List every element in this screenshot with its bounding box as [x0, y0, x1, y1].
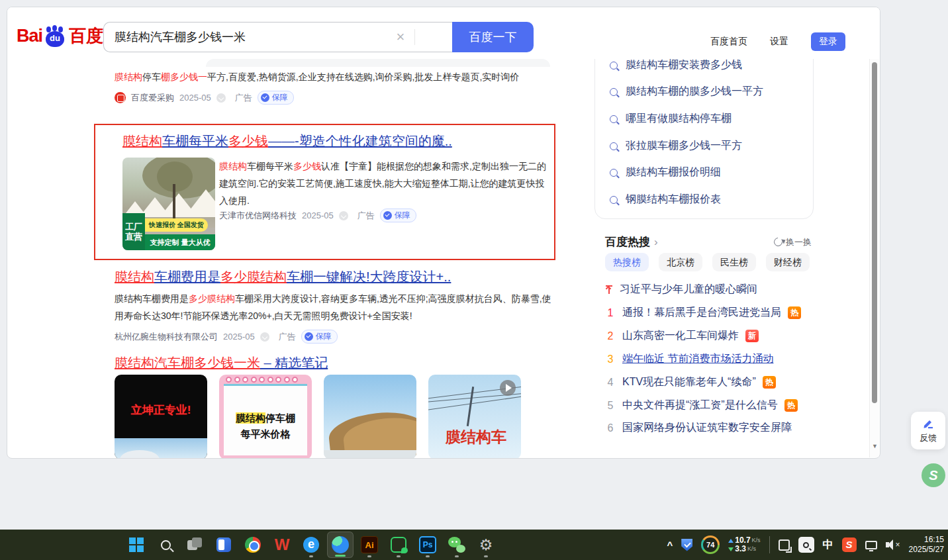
- link-baidu-home[interactable]: 百度首页: [710, 36, 747, 48]
- scrollbar-thumb[interactable]: [872, 62, 877, 403]
- wps-icon: W: [275, 536, 290, 554]
- tray-expand-icon[interactable]: ^: [667, 539, 673, 551]
- tab-beijing[interactable]: 北京榜: [659, 253, 702, 271]
- running-indicator: [484, 555, 488, 557]
- settings-button[interactable]: ⚙: [473, 532, 499, 558]
- chevron-down-icon[interactable]: [260, 332, 269, 342]
- hot-item-1[interactable]: 1 通报！幕后黑手是台湾民进党当局 热: [605, 306, 814, 320]
- related-search-item[interactable]: 膜结构车棚的膜多少钱一平方: [610, 85, 763, 99]
- result-title[interactable]: 膜结构车棚费用是多少膜结构车棚一键解决!大跨度设计+..: [115, 269, 451, 284]
- ime-indicator[interactable]: 中: [823, 538, 833, 552]
- result-thumbnail[interactable]: 工厂 直营 快速报价 全国发货 支持定制 量大从优: [122, 158, 215, 250]
- guarantee-badge[interactable]: 保障: [301, 330, 338, 344]
- chevron-down-icon[interactable]: [339, 211, 348, 220]
- active-indicator: [335, 555, 346, 557]
- note-thumb-3[interactable]: [324, 375, 416, 459]
- clock[interactable]: 16:15 2025/5/27: [909, 535, 944, 555]
- edge-icon: [332, 536, 349, 553]
- result-description[interactable]: 膜结构停车棚多少钱一平方,百度爱,热销货源,企业支持在线选购,询价采购,批发上样…: [115, 68, 557, 85]
- ie-button[interactable]: e: [298, 532, 324, 558]
- tree-trunk: [173, 184, 175, 218]
- performance-meter[interactable]: 74: [701, 536, 720, 554]
- result-title-notes[interactable]: 膜结构汽车棚多少钱一米 – 精选笔记: [115, 354, 559, 371]
- guarantee-badge[interactable]: 保障: [258, 91, 294, 105]
- hot-badge: 热: [784, 399, 798, 412]
- clear-icon[interactable]: ×: [393, 29, 408, 45]
- hot-item-2[interactable]: 2 山东高密一化工车间爆炸 新: [605, 329, 814, 343]
- snip-tool-icon[interactable]: [779, 539, 790, 551]
- hot-search-title[interactable]: 百度热搜: [605, 234, 650, 250]
- volume-muted-icon[interactable]: ×: [886, 539, 900, 550]
- result-description[interactable]: 膜结构车棚费用是多少膜结构车棚采用大跨度设计,容纳更多车辆,透光不压抑;高强度膜…: [115, 290, 559, 324]
- chrome-icon: [245, 537, 261, 553]
- login-button[interactable]: 登录: [811, 32, 845, 51]
- running-indicator: [426, 555, 430, 557]
- note-thumbnails: 立坤正专业! 膜结构停车棚 每平米价格: [115, 375, 521, 459]
- file-search-icon[interactable]: [798, 537, 814, 553]
- edge-button[interactable]: [327, 532, 354, 558]
- network-speed[interactable]: 10.7 K/s 3.3 K/s: [728, 536, 760, 553]
- result-meta: 百度爱采购 2025-05 广告 保障: [115, 91, 557, 105]
- result-title[interactable]: 膜结构车棚每平米多少钱——-塑造个性化建筑空间的魔..: [122, 132, 533, 150]
- note-thumb-1[interactable]: 立坤正专业!: [115, 375, 207, 459]
- ad-label: 广告: [279, 331, 296, 343]
- scrollbar[interactable]: ▲ ▼: [869, 8, 879, 457]
- hot-item-top[interactable]: 习近平与少年儿童的暖心瞬间: [605, 283, 814, 297]
- download-arrow-icon: [728, 547, 734, 551]
- chrome-button[interactable]: [240, 532, 266, 558]
- result-meta: 天津市优信网络科技 2025-05 广告 保障: [219, 209, 416, 222]
- note-thumb-4[interactable]: 膜结构车: [428, 375, 521, 459]
- search-button[interactable]: 百度一下: [452, 22, 534, 52]
- taskbar-search-button[interactable]: [152, 532, 179, 558]
- widgets-button[interactable]: [211, 532, 237, 558]
- search-icon: [610, 169, 618, 177]
- header-links: 百度首页 设置 登录: [710, 32, 845, 51]
- assistant-bubble[interactable]: S: [922, 463, 945, 487]
- related-search-item[interactable]: 膜结构车棚报价明细: [610, 165, 721, 179]
- subnav-hint: [206, 59, 550, 67]
- chevron-right-icon[interactable]: ›: [654, 236, 658, 249]
- refresh-button[interactable]: 换一换: [774, 236, 812, 248]
- hot-item-5[interactable]: 5 中央文件再提“涨工资”是什么信号 热: [605, 398, 814, 412]
- result-source[interactable]: 天津市优信网络科技: [219, 210, 297, 222]
- network-icon[interactable]: [865, 541, 877, 549]
- hot-item-3[interactable]: 3 端午临近 节前消费市场活力涌动: [605, 352, 814, 366]
- link-settings[interactable]: 设置: [770, 36, 788, 48]
- result-source[interactable]: 百度爱采购: [131, 92, 174, 104]
- antivirus-shield-icon[interactable]: [681, 539, 692, 551]
- result-source[interactable]: 杭州亿腕生物科技有限公司: [115, 331, 218, 343]
- hot-item-6[interactable]: 6 国家网络身份认证筑牢数字安全屏障: [605, 421, 814, 435]
- scroll-down-icon[interactable]: ▼: [870, 443, 880, 449]
- tab-finance[interactable]: 财经榜: [766, 253, 810, 271]
- related-search-item[interactable]: 膜结构车棚安装费多少钱: [610, 58, 742, 72]
- chevron-down-icon[interactable]: [216, 93, 226, 103]
- hot-item-4[interactable]: 4 KTV现在只能靠老年人“续命” 热: [605, 375, 814, 389]
- tray-date: 2025/5/27: [909, 545, 944, 554]
- start-button[interactable]: [123, 532, 150, 558]
- related-search-item[interactable]: 张拉膜车棚多少钱一平方: [610, 139, 742, 153]
- running-indicator: [367, 555, 371, 557]
- guarantee-badge[interactable]: 保障: [380, 209, 416, 222]
- photoshop-button[interactable]: Ps: [414, 532, 441, 558]
- sogou-input-icon[interactable]: S: [842, 537, 857, 552]
- feedback-button[interactable]: 反馈: [911, 412, 945, 449]
- tab-livelihood[interactable]: 民生榜: [712, 253, 756, 271]
- wechat-button[interactable]: [444, 532, 470, 558]
- screen-capture-button[interactable]: [385, 532, 412, 558]
- task-view-button[interactable]: [181, 532, 208, 558]
- upload-arrow-icon: [728, 539, 734, 543]
- illustrator-button[interactable]: Ai: [356, 532, 383, 558]
- tab-hot-list[interactable]: 热搜榜: [605, 253, 649, 271]
- search-icon: [610, 88, 618, 96]
- result-description[interactable]: 膜结构车棚每平米多少钱认准【宇童】能根据您的想象和需求,定制出独一无二的建筑空间…: [219, 158, 550, 209]
- ad-label: 广告: [357, 210, 375, 222]
- search-icon: [161, 540, 171, 550]
- wps-button[interactable]: W: [269, 532, 295, 558]
- related-search-item[interactable]: 钢膜结构车棚报价表: [610, 193, 721, 207]
- related-search-item[interactable]: 哪里有做膜结构停车棚: [610, 112, 732, 126]
- refresh-icon: [772, 236, 784, 248]
- note-thumb-2[interactable]: 膜结构停车棚 每平米价格: [219, 375, 312, 459]
- baidu-logo[interactable]: Bai du 百度: [17, 24, 103, 48]
- shield-check-icon: [383, 211, 392, 220]
- thumb-tag-quote: 快速报价 全国发货: [145, 218, 208, 232]
